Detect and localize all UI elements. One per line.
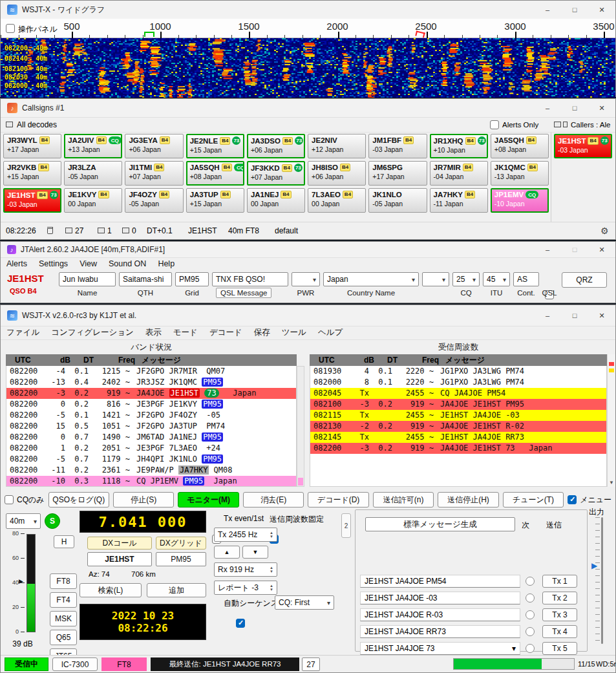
decode-row[interactable]: 082130-20.2919 ~JA4JOE JE1HST R-02 (310, 421, 606, 432)
tx-radio[interactable] (526, 627, 535, 636)
cq-zone-combo[interactable]: 25 (452, 272, 480, 286)
widegraph-titlebar[interactable]: ≋ WSJT-X - ワイドグラフ (1, 1, 615, 19)
callsign-tile[interactable]: JK1NLO-05 Japan (368, 188, 427, 213)
maximize-icon[interactable] (561, 242, 588, 257)
callsign-tile[interactable]: JE2NLEB473+15 Japan (186, 134, 244, 158)
callsign-tile[interactable]: JA7HKYB4-11 Japan (430, 188, 488, 213)
tx-up-button[interactable] (214, 546, 240, 559)
decode-row[interactable]: 082200150.51051 ~JF2GPO JA3TUP PM74 (6, 421, 296, 432)
action-button[interactable]: 送信許可(n) (373, 492, 434, 507)
decode-row[interactable]: 08200080.12220 ~JG1PXO JA3LWG PM74 (310, 377, 606, 388)
mode-button-msk[interactable]: MSK (50, 611, 77, 626)
name-field[interactable]: Jun Iwabu (59, 272, 116, 286)
menu-item[interactable]: Settings (33, 257, 74, 270)
message-field[interactable]: JE1HST JA4JOE PM54 (360, 575, 520, 588)
slider-handle-icon[interactable] (591, 561, 597, 570)
callsign-tile[interactable]: JA3DSOB473+06 Japan (247, 134, 305, 158)
output-slider[interactable] (593, 517, 610, 644)
menu-item[interactable]: モード (167, 325, 204, 340)
country-combo[interactable]: Japan (323, 272, 419, 286)
action-button[interactable]: QSOをログ(Q) (48, 492, 109, 507)
h-button[interactable]: H (54, 535, 74, 548)
action-button[interactable]: モニター(M) (178, 492, 239, 507)
callsign-tile[interactable]: JP1EMVCQ-10 Japan (491, 188, 549, 213)
close-icon[interactable] (588, 305, 615, 326)
callsign-tile[interactable]: JI1TMIB4+07 Japan (125, 161, 183, 186)
callsign-tile[interactable]: 7L3AEOB400 Japan (308, 188, 366, 213)
gear-icon[interactable] (600, 225, 609, 237)
decode-row[interactable]: 08220010.22051 ~JE3PGF 7L3AEO +24 (6, 443, 296, 454)
close-icon[interactable] (588, 1, 615, 19)
mode-button-q65[interactable]: Q65 (50, 630, 77, 645)
message-field[interactable]: JE1HST JA4JOE 73 (360, 642, 520, 655)
cq-only-checkbox[interactable] (5, 495, 14, 504)
spin-down-icon[interactable] (270, 570, 273, 573)
callsign-tile[interactable]: JR1XHQB473+10 Japan (430, 134, 488, 158)
menu-item[interactable]: ツール (276, 325, 312, 340)
menu-item[interactable]: View (74, 257, 103, 270)
close-icon[interactable] (588, 242, 615, 257)
dx-grid-field[interactable]: PM95 (156, 552, 206, 566)
jtalert-titlebar[interactable]: JTAlert 2.60.2 JA4JOE [40m,FT8,ADIF#1] (1, 242, 615, 258)
action-button[interactable]: チューン(T) (503, 492, 564, 507)
mode-button-ft4[interactable]: FT4 (50, 592, 77, 608)
tx-freq-spinner[interactable]: Tx 2455 Hz (214, 528, 277, 542)
cq-only-group[interactable]: CQのみ (5, 495, 45, 506)
message-tab-2[interactable]: 2 (341, 513, 351, 538)
itu-zone-combo[interactable]: 45 (483, 272, 510, 286)
decode-row[interactable]: 08193040.12220 ~JG1PXO JA3LWG PM74 (310, 366, 606, 377)
callsign-tile[interactable]: JR3LZA-05 Japan (64, 161, 122, 186)
decode-row[interactable]: 082200-50.71179 ~JH4QPI JK1NLO PM95 (6, 454, 296, 465)
callsign-tile[interactable]: JF3KKDB473+07 Japan (247, 161, 305, 186)
tx-button[interactable]: Tx 4 (542, 625, 577, 638)
callsign-tile[interactable]: JE2NIV+12 Japan (308, 134, 366, 158)
menu-item[interactable]: Help (152, 257, 180, 270)
callsign-tile[interactable]: JM6SPG+17 Japan (368, 161, 427, 186)
action-button[interactable]: デコード(D) (308, 492, 368, 507)
message-field[interactable]: JE1HST JA4JOE R-03 (360, 608, 520, 621)
decode-row[interactable]: 082200-110.22361 ~JE9PAW/P JA7HKY QM08 (6, 465, 296, 476)
callsign-tile[interactable]: JR7MIRB4-04 Japan (430, 161, 488, 186)
decode-row[interactable]: 08220000.71490 ~JM6TAD JA1NEJ PM95 (6, 432, 296, 443)
rig-button[interactable]: IC-7300 (52, 657, 98, 671)
decode-row[interactable]: 082200-30.2919 ~JA4JOE JE1HST 73 Japan (6, 388, 296, 399)
report-spinner[interactable]: レポート -3 (214, 581, 277, 595)
close-icon[interactable] (588, 99, 615, 117)
trash-icon[interactable] (47, 227, 53, 234)
slider-track[interactable] (601, 517, 603, 644)
callsign-tile[interactable]: JA5SQHB4CQ+08 Japan (186, 161, 244, 186)
scroll-down-icon[interactable] (609, 480, 614, 486)
menu-item[interactable]: Sound ON (103, 257, 152, 270)
freq-scale[interactable]: 500100015002000250030003500 (1, 19, 615, 38)
menu-item[interactable]: コンフィグレーション (45, 325, 140, 340)
decode-row[interactable]: 082200-130.42402 ~JR3JSZ JK1QMC PM95 (6, 377, 296, 388)
tx-radio[interactable] (526, 577, 535, 586)
dx-call-field[interactable]: JE1HST (87, 552, 152, 566)
callsign-tile[interactable]: JA3TUPB4+15 Japan (186, 188, 244, 213)
rx-freq-spinner[interactable]: Rx 919 Hz (214, 562, 277, 577)
grid-field[interactable]: PM95 (175, 272, 209, 286)
cq-first-combo[interactable]: CQ: First (275, 595, 334, 610)
decode-row[interactable]: 08220000.2816 ~JE3PGF JE1KVY PM95 (6, 399, 296, 410)
alert-callsign[interactable]: JE1HST (7, 273, 44, 284)
tx-button[interactable]: Tx 1 (542, 575, 577, 588)
callsign-tile[interactable]: JE1HSTB473-03 Japan (554, 134, 612, 158)
decode-row[interactable]: 082200-50.11421 ~JF2GPO JF4OZY -05 (6, 410, 296, 421)
menu-item[interactable]: ファイル (1, 325, 45, 340)
qth-field[interactable]: Saitama-shi (119, 272, 172, 286)
decode-row[interactable]: 082200-40.11215 ~JF2GPO JR7MIR QM07 (6, 366, 296, 377)
wsjtx-titlebar[interactable]: ≋ WSJT-X v2.6.0-rc3 by K1JT et al. (1, 305, 615, 326)
rx-freq-marker[interactable] (144, 32, 154, 37)
minimize-icon[interactable] (534, 242, 561, 257)
callsign-tile[interactable]: JR2VKBB4+15 Japan (3, 161, 61, 186)
callsign-tile[interactable]: JK1QMCB4-13 Japan (491, 161, 549, 186)
menu-item[interactable]: デコード (204, 325, 248, 340)
tx-radio[interactable] (526, 610, 535, 619)
spin-down-icon[interactable] (270, 588, 273, 592)
all-decodes-label[interactable]: All decodes (17, 120, 57, 129)
minimize-icon[interactable] (534, 99, 561, 117)
tx-radio[interactable] (526, 593, 535, 603)
rx-frequency-scrollbar[interactable] (607, 354, 615, 487)
dx-call-header[interactable]: DXコール (87, 537, 152, 550)
qrz-button[interactable]: QRZ (562, 272, 607, 288)
